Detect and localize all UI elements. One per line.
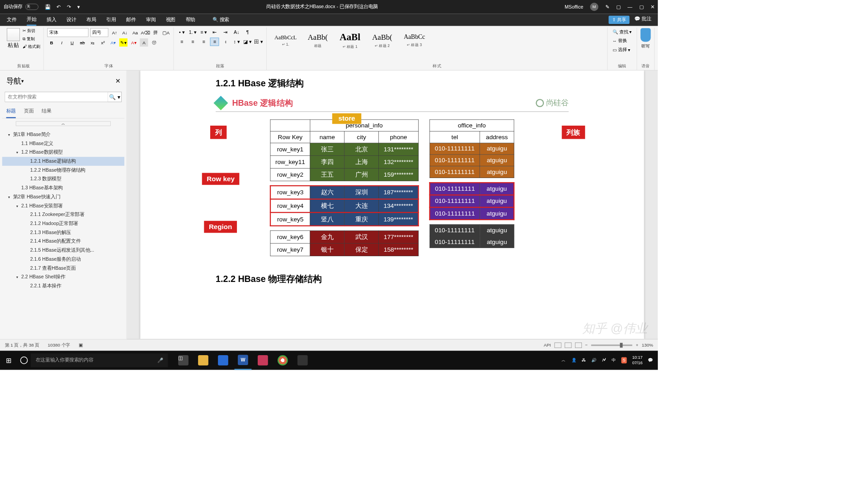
autosave-control[interactable]: 自动保存 关 [4,4,38,10]
search-tell-me[interactable]: 🔍 搜索 [212,15,229,25]
nav-search-input[interactable] [5,92,108,102]
mic-icon[interactable]: 🎤 [157,357,163,363]
comments-button[interactable]: 💬 批注 [634,16,651,24]
align-center-icon[interactable]: ≡ [188,38,197,46]
tab-view[interactable]: 视图 [166,15,175,25]
nav-tree-item[interactable]: 1.1 HBase定义 [2,139,125,148]
show-marks-icon[interactable]: ¶ [243,28,252,36]
nav-tree-item[interactable]: ▾2.2 HBase Shell操作 [2,272,125,282]
nav-tree-item[interactable]: 2.1.4 HBase的配置文件 [2,237,125,246]
system-clock[interactable]: 10:17 07/16 [632,355,642,366]
document-area[interactable]: 1.2.1 HBase 逻辑结构 HBase 逻辑结构 尚硅谷 列 Row ke… [127,70,658,339]
borders-icon[interactable]: 田 ▾ [254,38,263,46]
word-count[interactable]: 10380 个字 [47,342,70,348]
tab-file[interactable]: 文件 [7,15,16,25]
font-size-combo[interactable] [90,28,108,37]
nav-close-icon[interactable]: ✕ [115,77,120,85]
web-layout-icon[interactable] [575,343,582,348]
chrome-icon[interactable] [274,351,291,370]
select-button[interactable]: ▭ 选择 ▾ [611,46,633,54]
cortana-button[interactable] [17,357,31,364]
superscript-button[interactable]: x² [99,38,107,47]
multilevel-icon[interactable]: ≡ ▾ [199,28,208,36]
char-border-icon[interactable]: ▢A [162,28,170,37]
tab-design[interactable]: 设计 [66,15,76,25]
sort-icon[interactable]: A↓ [232,28,241,36]
minimize-icon[interactable]: — [627,4,632,9]
nav-tree-item[interactable]: 1.2.3 数据模型 [2,175,125,184]
terminal-icon[interactable] [294,351,311,370]
tab-insert[interactable]: 插入 [47,15,56,25]
indent-icon[interactable]: ⇥ [221,28,230,36]
nav-tree-item[interactable]: 2.1.3 HBase的解压 [2,228,125,237]
nav-tree-item[interactable]: 2.1.2 Hadoop正常部署 [2,219,125,228]
intellij-icon[interactable] [254,351,271,370]
align-left-icon[interactable]: ≡ [177,38,186,46]
action-center-icon[interactable]: 💬 [648,358,653,363]
nav-tab-results[interactable]: 结果 [42,105,51,118]
shrink-font-icon[interactable]: A↓ [121,28,129,37]
highlight-icon[interactable]: ✎▾ [119,38,127,47]
cut-button[interactable]: ✂ 剪切 [23,28,40,34]
nav-tree-item[interactable]: 1.2.1 HBase逻辑结构 [2,157,125,166]
ime-label[interactable]: 中 [612,357,616,363]
tab-home[interactable]: 开始 [27,14,36,25]
page-status[interactable]: 第 1 页，共 38 页 [5,342,40,348]
line-spacing-icon[interactable]: ↕ ▾ [232,38,241,46]
macro-recorder-icon[interactable]: ▣ [79,343,83,347]
outdent-icon[interactable]: ⇤ [210,28,219,36]
text-effects-icon[interactable]: A▾ [109,38,117,47]
font-name-combo[interactable] [47,28,89,37]
zoom-slider[interactable] [591,344,632,346]
tab-help[interactable]: 帮助 [186,15,195,25]
share-button[interactable]: ⇪ 共享 [609,16,630,24]
nav-tree-item[interactable]: ▾1.2 HBase数据模型 [2,148,125,157]
enclose-char-icon[interactable]: ㊞ [150,38,158,47]
nav-tree-item[interactable]: 2.1.1 Zookeeper正常部署 [2,210,125,219]
copy-button[interactable]: ⧉ 复制 [23,36,40,42]
battery-icon[interactable]: 🗲 [602,358,606,363]
nav-search-box[interactable]: 🔍 ▾ [5,92,122,102]
char-shading-icon[interactable]: A [140,38,148,47]
tab-layout[interactable]: 布局 [86,15,96,25]
nav-expander[interactable]: ︿ [16,121,111,126]
font-color-icon[interactable]: A▾ [130,38,138,47]
italic-button[interactable]: I [58,38,66,47]
nav-tree-item[interactable]: ▾第1章 HBase简介 [2,130,125,139]
undo-icon[interactable]: ↶ [57,4,61,9]
find-button[interactable]: 🔍 查找 ▾ [611,28,633,36]
user-label[interactable]: MSoffice [565,4,583,9]
bold-button[interactable]: B [47,38,56,47]
nav-tree-item[interactable]: 2.2.1 基本操作 [2,282,125,291]
paste-button[interactable]: 粘贴 [7,28,20,49]
nav-tree-item[interactable]: 2.1.6 HBase服务的启动 [2,255,125,264]
nav-tab-headings[interactable]: 标题 [6,105,16,118]
read-mode-icon[interactable] [554,343,561,348]
phonetic-icon[interactable]: 拼 [151,28,160,37]
word-app-icon[interactable]: W [234,351,251,370]
distribute-icon[interactable]: ⫞ [221,38,230,46]
style-item[interactable]: AaBb(标题 [302,28,333,53]
tray-chevron-icon[interactable]: ︿ [561,357,566,363]
maximize-icon[interactable]: ▢ [639,4,644,9]
subscript-button[interactable]: x₂ [89,38,97,47]
change-case-icon[interactable]: Aa [131,28,139,37]
ribbon-display-icon[interactable]: ▢ [616,4,621,9]
print-layout-icon[interactable] [565,343,571,348]
bullets-icon[interactable]: • ▾ [177,28,186,36]
network-icon[interactable]: 🖧 [582,358,586,363]
user-avatar[interactable]: M [590,3,598,11]
autosave-toggle[interactable]: 关 [25,4,38,10]
nav-tree-item[interactable]: 1.2.2 HBase物理存储结构 [2,166,125,175]
style-item[interactable]: AaBbCc↵ 标题 3 [399,28,430,53]
tab-review[interactable]: 审阅 [146,15,156,25]
tab-references[interactable]: 引用 [106,15,116,25]
nav-tree-item[interactable]: 2.1.5 HBase远程发送到其他... [2,246,125,255]
style-item[interactable]: AaBl↵ 标题 1 [335,28,365,53]
appstore-icon[interactable] [215,351,232,370]
nav-dropdown-icon[interactable]: ▾ [21,79,24,84]
align-right-icon[interactable]: ≡ [199,38,208,46]
zoom-in-icon[interactable]: + [636,343,638,347]
nav-tree-item[interactable]: 2.1.7 查看HBase页面 [2,264,125,273]
nav-tree-item[interactable]: ▾第2章 HBase快速入门 [2,192,125,202]
